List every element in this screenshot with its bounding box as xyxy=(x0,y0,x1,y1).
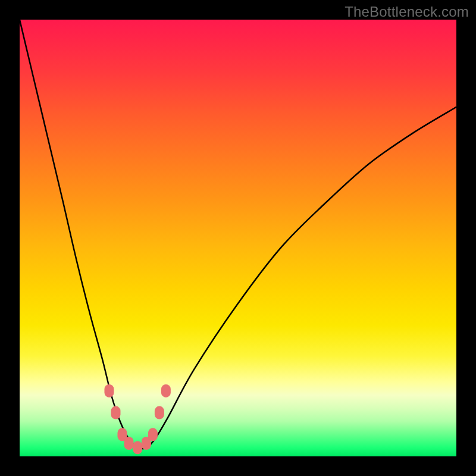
curve-svg xyxy=(20,20,456,456)
marker-layer xyxy=(104,384,170,454)
curve-marker xyxy=(148,428,158,441)
curve-marker xyxy=(111,406,120,419)
curve-marker xyxy=(104,384,114,397)
plot-area xyxy=(20,20,456,456)
curve-marker xyxy=(161,384,171,397)
watermark-text: TheBottleneck.com xyxy=(345,4,469,20)
curve-marker xyxy=(133,441,142,454)
bottleneck-curve-path xyxy=(20,20,456,449)
curve-marker xyxy=(155,406,164,419)
curve-marker xyxy=(124,437,134,450)
chart-frame: TheBottleneck.com xyxy=(0,0,476,476)
